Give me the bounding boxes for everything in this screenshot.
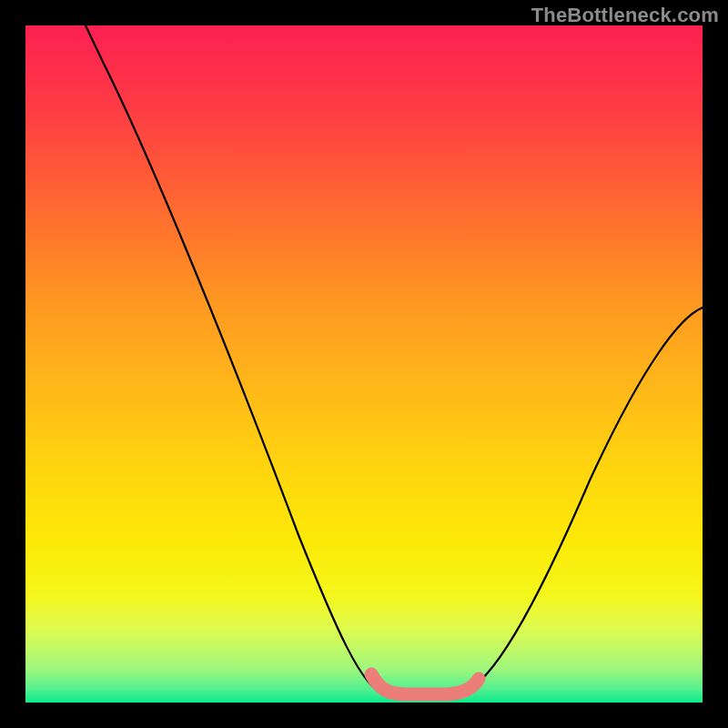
watermark-text: TheBottleneck.com — [531, 4, 719, 27]
chart-outer-frame: TheBottleneck.com — [0, 0, 728, 728]
chart-curves — [25, 25, 703, 703]
chart-plot-area — [25, 25, 703, 703]
bottleneck-curve — [86, 25, 703, 694]
optimal-range-marker — [371, 674, 479, 694]
